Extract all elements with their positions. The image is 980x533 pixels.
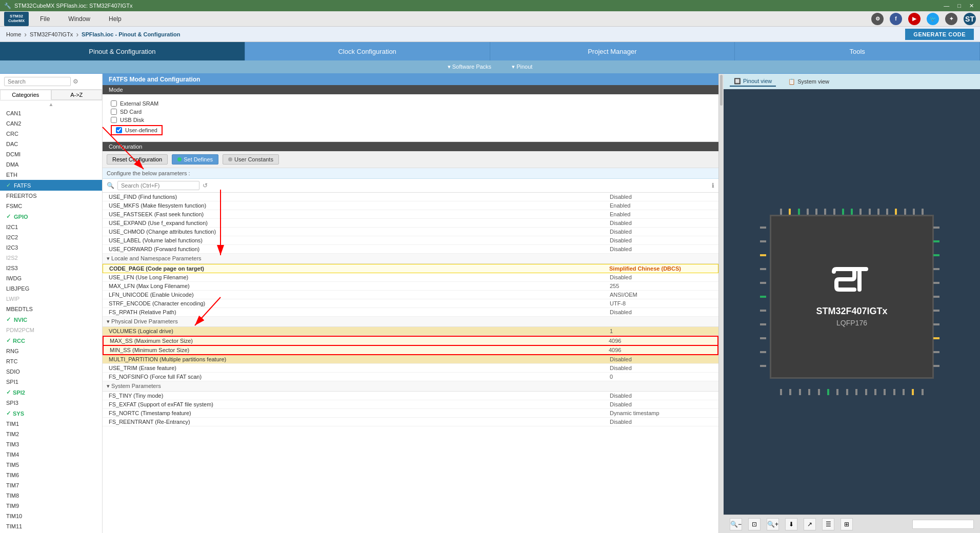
facebook-icon[interactable]: f <box>890 13 902 25</box>
sidebar-item-dcmi[interactable]: DCMI <box>0 149 102 159</box>
external-sram-checkbox[interactable] <box>111 100 117 107</box>
file-menu[interactable]: File <box>37 14 53 24</box>
sidebar-item-i2s3[interactable]: I2S3 <box>0 263 102 273</box>
window-menu[interactable]: Window <box>65 14 93 24</box>
user-defined-checkbox[interactable] <box>116 127 122 133</box>
sidebar-item-nvic[interactable]: NVIC <box>0 314 102 325</box>
youtube-icon[interactable]: ▶ <box>908 13 921 25</box>
info-icon[interactable]: ℹ <box>712 182 714 189</box>
sidebar-item-tim4[interactable]: TIM4 <box>0 449 102 460</box>
twitter-icon[interactable]: 🐦 <box>927 13 939 25</box>
param-volumes[interactable]: VOLUMES (Logical drive) 1 <box>103 327 718 336</box>
sidebar-item-spi3[interactable]: SPI3 <box>0 398 102 408</box>
sidebar-item-crc[interactable]: CRC <box>0 129 102 139</box>
param-fs-nortc[interactable]: FS_NORTC (Timestamp feature) Dynamic tim… <box>103 409 718 418</box>
sidebar-item-rtc[interactable]: RTC <box>0 356 102 366</box>
maximize-button[interactable]: □ <box>955 3 963 9</box>
user-constants-tab[interactable]: User Constants <box>223 154 279 165</box>
sidebar-item-can2[interactable]: CAN2 <box>0 118 102 129</box>
param-use-forward[interactable]: USE_FORWARD (Forward function) Disabled <box>103 245 718 254</box>
sidebar-item-rcc[interactable]: ✓ RCC <box>0 335 102 346</box>
param-fs-reentrant[interactable]: FS_REENTRANT (Re-Entrancy) Disabled <box>103 418 718 426</box>
usb-disk-checkbox[interactable] <box>111 117 117 123</box>
chip-download-button[interactable]: ⬇ <box>785 518 797 530</box>
tab-project[interactable]: Project Manager <box>490 42 735 60</box>
chip-columns-button[interactable]: ☰ <box>822 518 834 530</box>
sidebar-item-tim3[interactable]: TIM3 <box>0 439 102 449</box>
param-max-ss[interactable]: MAX_SS (Maximum Sector Size) 4096 <box>103 336 718 346</box>
sidebar-item-spi2[interactable]: ✓ SPI2 <box>0 387 102 398</box>
sidebar-item-dac[interactable]: DAC <box>0 139 102 149</box>
sidebar-item-tim5[interactable]: TIM5 <box>0 460 102 470</box>
generate-code-button[interactable]: GENERATE CODE <box>905 29 974 40</box>
sidebar-item-i2s2[interactable]: I2S2 <box>0 253 102 263</box>
sub-tab-software-packs[interactable]: ▾ Software Packs <box>448 64 491 70</box>
zoom-out-button[interactable]: 🔍− <box>730 518 742 530</box>
breadcrumb-home[interactable]: Home <box>6 31 21 37</box>
param-multi-partition[interactable]: MULTI_PARTITION (Multiple partitions fea… <box>103 355 718 364</box>
sidebar-item-tim11[interactable]: TIM11 <box>0 521 102 531</box>
param-use-lfn[interactable]: USE_LFN (Use Long Filename) Disabled <box>103 273 718 282</box>
tab-pinout[interactable]: Pinout & Configuration <box>0 42 245 60</box>
pinout-view-tab[interactable]: 🔲 Pinout view <box>730 77 776 87</box>
sidebar-item-lwip[interactable]: LWIP <box>0 294 102 304</box>
sidebar-item-gpio[interactable]: GPIO <box>0 211 102 222</box>
zoom-in-button[interactable]: 🔍+ <box>767 518 779 530</box>
sidebar-item-fsmc[interactable]: FSMC <box>0 201 102 211</box>
sub-tab-pinout[interactable]: ▾ Pinout <box>512 64 532 70</box>
param-strf-encode[interactable]: STRF_ENCODE (Character encoding) UTF-8 <box>103 299 718 308</box>
minimize-button[interactable]: — <box>942 3 951 9</box>
sidebar-item-iwdg[interactable]: IWDG <box>0 273 102 283</box>
content-scrollbar[interactable] <box>718 74 724 533</box>
sidebar-item-sdio[interactable]: SDIO <box>0 366 102 377</box>
param-use-find[interactable]: USE_FIND (Find functions) Disabled <box>103 193 718 201</box>
sidebar-item-tim9[interactable]: TIM9 <box>0 501 102 511</box>
sidebar-item-tim6[interactable]: TIM6 <box>0 470 102 480</box>
star-icon[interactable]: ✦ <box>945 13 957 25</box>
sidebar-item-spi1[interactable]: SPI1 <box>0 377 102 387</box>
sidebar-search-input[interactable] <box>4 77 71 86</box>
sidebar-item-fatfs[interactable]: ✓ FATFS <box>0 180 102 191</box>
sidebar-item-freertos[interactable]: FREERTOS <box>0 191 102 201</box>
param-fs-nofsinfo[interactable]: FS_NOFSINFO (Force full FAT scan) 0 <box>103 373 718 381</box>
sidebar-tab-az[interactable]: A->Z <box>51 90 103 100</box>
fit-view-button[interactable]: ⊡ <box>748 518 761 530</box>
sidebar-item-tim1[interactable]: TIM1 <box>0 419 102 429</box>
sidebar-tab-categories[interactable]: Categories <box>0 90 51 100</box>
chip-grid-button[interactable]: ⊞ <box>841 518 853 530</box>
sidebar-item-libjpeg[interactable]: LIBJPEG <box>0 283 102 294</box>
param-min-ss[interactable]: MIN_SS (Minimum Sector Size) 4096 <box>103 346 718 355</box>
tab-tools[interactable]: Tools <box>735 42 980 60</box>
sidebar-item-tim7[interactable]: TIM7 <box>0 480 102 490</box>
scrollbar-thumb[interactable] <box>720 75 723 106</box>
sidebar-item-sys[interactable]: ✓ SYS <box>0 408 102 419</box>
param-fs-tiny[interactable]: FS_TINY (Tiny mode) Disabled <box>103 392 718 400</box>
chip-search-input[interactable] <box>912 520 974 529</box>
sidebar-item-rng[interactable]: RNG <box>0 346 102 356</box>
sidebar-item-i2c1[interactable]: I2C1 <box>0 222 102 232</box>
param-use-fastseek[interactable]: USE_FASTSEEK (Fast seek function) Enable… <box>103 210 718 219</box>
sidebar-item-eth[interactable]: ETH <box>0 170 102 180</box>
reset-search-icon[interactable]: ↺ <box>203 182 208 189</box>
sidebar-item-tim8[interactable]: TIM8 <box>0 490 102 501</box>
params-search-input[interactable] <box>117 181 199 190</box>
reset-config-button[interactable]: Reset Configuration <box>107 154 168 165</box>
set-defines-tab[interactable]: Set Defines <box>172 154 218 165</box>
param-use-mkfs[interactable]: USE_MKFS (Make filesystem function) Enab… <box>103 201 718 210</box>
tab-clock[interactable]: Clock Configuration <box>245 42 490 60</box>
help-menu[interactable]: Help <box>106 14 125 24</box>
param-max-lfn[interactable]: MAX_LFN (Max Long Filename) 255 <box>103 282 718 291</box>
sidebar-item-i2c2[interactable]: I2C2 <box>0 232 102 242</box>
sidebar-item-pdm2pcm[interactable]: PDM2PCM <box>0 325 102 335</box>
system-view-tab[interactable]: 📋 System view <box>784 77 833 86</box>
sidebar-item-can1[interactable]: CAN1 <box>0 108 102 118</box>
sidebar-item-tim2[interactable]: TIM2 <box>0 429 102 439</box>
close-button[interactable]: ✕ <box>967 3 976 9</box>
param-use-expand[interactable]: USE_EXPAND (Use f_expand function) Disab… <box>103 219 718 228</box>
sidebar-item-mbedtls[interactable]: MBEDTLS <box>0 304 102 314</box>
param-lfn-unicode[interactable]: LFN_UNICODE (Enable Unicode) ANSI/OEM <box>103 291 718 299</box>
breadcrumb-device[interactable]: STM32F407IGTx <box>30 31 73 37</box>
sidebar-item-dma[interactable]: DMA <box>0 159 102 170</box>
sd-card-checkbox[interactable] <box>111 109 117 115</box>
sidebar-settings-icon[interactable]: ⚙ <box>73 78 78 85</box>
